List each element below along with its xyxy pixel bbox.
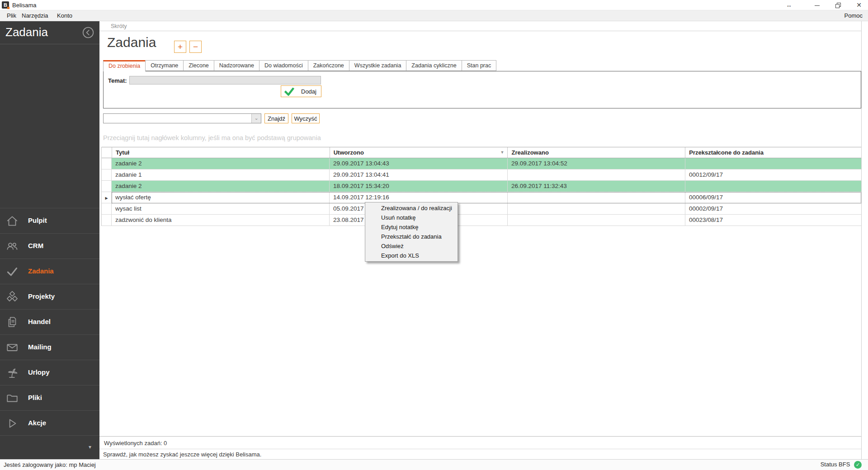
- close-button[interactable]: ✕: [853, 0, 865, 10]
- table-header: Tytuł Utworzono ▼ Zrealizowano Przekszta…: [102, 147, 861, 158]
- context-menu: Zrealizowana / do realizacji Usuń notatk…: [365, 202, 458, 262]
- cell-przeksztalcone: 00002/09/17: [685, 203, 861, 215]
- minimize-icon: [815, 5, 820, 6]
- table-row[interactable]: zadanie 1 29.09.2017 13:04:41 00012/09/1…: [102, 169, 861, 181]
- checkmark-icon: [5, 265, 19, 278]
- home-icon: [5, 214, 19, 228]
- cell-utworzono: 18.09.2017 15:34:20: [330, 181, 508, 192]
- dodaj-label: Dodaj: [301, 88, 316, 95]
- context-item-odswiez[interactable]: Odśwież: [365, 241, 458, 251]
- new-task-form: Temat: Dodaj: [103, 71, 861, 108]
- column-header-utworzono[interactable]: Utworzono ▼: [330, 147, 508, 158]
- envelope-icon: [5, 341, 19, 354]
- temat-input[interactable]: [129, 76, 321, 85]
- row-indicator: [102, 181, 112, 192]
- statusbar: Jesteś zalogowany jako: mp Maciej Status…: [0, 459, 868, 470]
- menu-narzedzia[interactable]: Narzędzia: [22, 12, 48, 19]
- context-item-edytuj-notatke[interactable]: Edytuj notatkę: [365, 222, 458, 232]
- cell-utworzono: 29.09.2017 13:04:43: [330, 158, 508, 169]
- remove-task-button[interactable]: −: [189, 41, 202, 53]
- titlebar: B Belisama ↔ ✕: [0, 0, 868, 10]
- tab-zadania-cykliczne[interactable]: Zadania cykliczne: [406, 60, 462, 71]
- wyczysc-button[interactable]: Wyczyść: [292, 113, 320, 123]
- sidebar-item-handel[interactable]: Handel: [0, 309, 99, 334]
- group-by-hint: Przeciągnij tutaj nagłówek kolumny, jeśl…: [103, 134, 321, 141]
- search-combobox[interactable]: ⌄: [103, 113, 261, 123]
- chevron-down-icon[interactable]: ⌄: [251, 114, 261, 123]
- row-indicator: [102, 158, 112, 169]
- tab-wszystkie-zadania[interactable]: Wszystkie zadania: [349, 60, 407, 71]
- sidebar-item-mailing[interactable]: Mailing: [0, 334, 99, 360]
- restore-icon: [835, 3, 841, 8]
- status-bfs: Status BFS ✓: [821, 461, 862, 469]
- sidebar: Zadania Pulpit: [0, 21, 99, 459]
- context-item-zrealizowana[interactable]: Zrealizowana / do realizacji: [365, 203, 458, 213]
- tab-zakonczone[interactable]: Zakończone: [308, 60, 349, 71]
- column-header-zrealizowano[interactable]: Zrealizowano: [508, 147, 685, 158]
- cell-zrealizowano: [508, 203, 685, 215]
- documents-icon: [5, 315, 19, 329]
- column-header-tytul[interactable]: Tytuł: [112, 147, 330, 158]
- sidebar-item-pulpit[interactable]: Pulpit: [0, 208, 99, 233]
- menu-plik[interactable]: Plik: [7, 12, 16, 19]
- cell-utworzono: 29.09.2017 13:04:41: [330, 169, 508, 181]
- palm-tree-icon: [5, 366, 19, 380]
- row-indicator: [102, 215, 112, 226]
- sidebar-item-zadania[interactable]: Zadania: [0, 258, 99, 284]
- table-row[interactable]: zadzwonić do klienta 23.08.2017 1 00023/…: [102, 215, 861, 226]
- table-row[interactable]: zadanie 2 18.09.2017 15:34:20 26.09.2017…: [102, 181, 861, 192]
- menu-konto[interactable]: Konto: [57, 12, 72, 19]
- shortcuts-bar: Skróty: [99, 21, 861, 31]
- sidebar-item-akcje[interactable]: Akcje: [0, 410, 99, 436]
- cell-tytul: wysac list: [112, 203, 330, 215]
- resize-icon[interactable]: ↔: [783, 0, 795, 10]
- page-title: Zadania: [107, 35, 156, 50]
- sidebar-item-projekty[interactable]: Projekty: [0, 284, 99, 309]
- add-task-button[interactable]: +: [174, 41, 186, 53]
- context-item-usun-notatke[interactable]: Usuń notatkę: [365, 213, 458, 222]
- dodaj-button[interactable]: Dodaj: [281, 85, 321, 97]
- sidebar-item-urlopy[interactable]: Urlopy: [0, 360, 99, 385]
- menubar: Plik Narzędzia Konto Pomoc: [0, 10, 868, 21]
- table-row[interactable]: zadanie 2 29.09.2017 13:04:43 29.09.2017…: [102, 158, 861, 169]
- cell-zrealizowano: [508, 215, 685, 226]
- table-row[interactable]: wysac list 05.09.2017 1 00002/09/17: [102, 203, 861, 215]
- restore-button[interactable]: [832, 0, 844, 10]
- cell-przeksztalcone: [685, 181, 861, 192]
- sidebar-item-label: Handel: [28, 318, 51, 325]
- sidebar-title: Zadania: [5, 25, 48, 39]
- tab-otrzymane[interactable]: Otrzymane: [145, 60, 184, 71]
- cell-tytul: zadanie 2: [112, 181, 330, 192]
- menu-pomoc[interactable]: Pomoc: [844, 12, 863, 19]
- main-footer: Wyświetlonych zadań: 0 Sprawdź, jak może…: [99, 436, 861, 459]
- table-row-selected[interactable]: ▶ wysłać ofertę 14.09.2017 12:19:16 0000…: [102, 192, 861, 203]
- znajdz-button[interactable]: Znajdź: [264, 113, 288, 123]
- cell-tytul: zadzwonić do klienta: [112, 215, 330, 226]
- tab-stan-prac[interactable]: Stan prac: [462, 60, 497, 71]
- sidebar-item-label: Pliki: [28, 394, 42, 401]
- context-item-przeksztalc[interactable]: Przekształć do zadania: [365, 232, 458, 241]
- tab-nadzorowane[interactable]: Nadzorowane: [214, 60, 259, 71]
- tab-zlecone[interactable]: Zlecone: [183, 60, 214, 71]
- cell-przeksztalcone: 00006/09/17: [685, 192, 861, 203]
- sidebar-item-crm[interactable]: CRM: [0, 233, 99, 258]
- cell-tytul: zadanie 1: [112, 169, 330, 181]
- row-indicator[interactable]: ▶: [102, 192, 112, 203]
- context-item-export-xls[interactable]: Export do XLS: [365, 251, 458, 260]
- back-arrow-icon: [82, 27, 94, 38]
- cubes-icon: [5, 290, 19, 304]
- collapse-sidebar-button[interactable]: [82, 27, 94, 38]
- sidebar-collapse-icon[interactable]: ▾: [89, 444, 91, 450]
- status-bfs-label: Status BFS: [821, 461, 850, 468]
- tab-skroty[interactable]: Skróty: [111, 23, 127, 29]
- promo-text[interactable]: Sprawdź, jak możesz zyskać jeszcze więce…: [99, 449, 861, 459]
- column-header-przeksztalcone[interactable]: Przekształcone do zadania: [685, 147, 861, 158]
- tab-do-zrobienia[interactable]: Do zrobienia: [103, 60, 146, 71]
- sidebar-item-pliki[interactable]: Pliki: [0, 385, 99, 410]
- task-count: Wyświetlonych zadań: 0: [99, 436, 861, 449]
- window-title: Belisama: [12, 2, 36, 9]
- app-icon: B: [2, 1, 9, 9]
- sidebar-item-label: Urlopy: [28, 368, 50, 376]
- tab-do-wiadomosci[interactable]: Do wiadomości: [259, 60, 308, 71]
- minimize-button[interactable]: [811, 0, 823, 10]
